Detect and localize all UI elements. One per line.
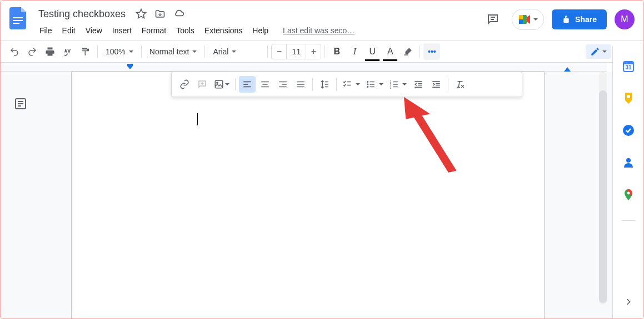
redo-button[interactable] [24, 43, 41, 60]
right-indent-marker-icon[interactable] [564, 67, 571, 72]
font-size-value[interactable]: 11 [286, 44, 306, 59]
align-right-button[interactable] [274, 76, 291, 93]
svg-rect-7 [519, 15, 523, 19]
decrease-indent-button[interactable] [410, 76, 427, 93]
svg-rect-0 [13, 17, 23, 18]
vertical-scrollbar[interactable] [599, 72, 607, 305]
caret-down-icon [402, 83, 407, 85]
svg-rect-43 [370, 87, 375, 88]
document-title[interactable]: Testing checkboxes [35, 7, 129, 21]
share-button[interactable]: Share [552, 9, 607, 29]
tasks-icon[interactable] [622, 124, 635, 137]
toolbar-separator [336, 78, 337, 90]
caret-down-icon [129, 50, 133, 53]
document-page[interactable] [71, 72, 545, 319]
menu-help[interactable]: Help [248, 24, 273, 37]
app-header: Testing checkboxes File Edit View Insert… [1, 1, 643, 40]
svg-marker-3 [137, 9, 146, 18]
cloud-status-icon[interactable] [172, 7, 186, 21]
align-justify-button[interactable] [292, 76, 309, 93]
print-button[interactable] [42, 43, 58, 60]
spellcheck-button[interactable] [59, 43, 76, 60]
svg-point-42 [367, 86, 368, 88]
undo-button[interactable] [6, 43, 23, 60]
meet-button[interactable] [512, 9, 544, 30]
paragraph-style-dropdown[interactable]: Normal text [145, 43, 202, 60]
document-area [1, 72, 643, 319]
account-avatar[interactable]: M [615, 9, 635, 29]
svg-rect-2 [13, 23, 19, 24]
svg-rect-9 [405, 54, 409, 55]
bulleted-list-dropdown[interactable] [363, 76, 386, 93]
zoom-dropdown[interactable]: 100% [101, 43, 138, 60]
title-area: Testing checkboxes File Edit View Insert… [35, 5, 482, 37]
caret-down-icon [533, 18, 538, 21]
side-panel: 31 [612, 46, 643, 319]
align-center-button[interactable] [257, 76, 273, 93]
line-spacing-button[interactable] [316, 76, 333, 93]
svg-point-64 [627, 95, 630, 98]
menu-tools[interactable]: Tools [172, 24, 199, 37]
toolbar-separator [97, 45, 98, 58]
numbered-list-dropdown[interactable]: 123 [387, 76, 409, 93]
font-size-control: − 11 + [271, 44, 321, 59]
toolbar-separator [325, 45, 325, 58]
header-actions: Share M [482, 8, 635, 31]
docs-logo-icon[interactable] [7, 7, 29, 29]
add-comment-button[interactable] [194, 76, 211, 93]
menu-edit[interactable]: Edit [58, 24, 80, 37]
menu-extensions[interactable]: Extensions [200, 24, 247, 37]
caret-down-icon [232, 50, 236, 53]
underline-button[interactable]: U [364, 43, 381, 60]
menu-insert[interactable]: Insert [108, 24, 136, 37]
highlight-button[interactable] [400, 43, 416, 60]
svg-point-66 [626, 158, 631, 163]
last-edit-link[interactable]: Last edit was seco… [283, 26, 355, 35]
caret-down-icon [225, 83, 229, 85]
menu-view[interactable]: View [81, 24, 107, 37]
maps-icon[interactable] [622, 188, 635, 201]
caret-down-icon [379, 83, 383, 85]
italic-button[interactable]: I [346, 43, 363, 60]
keep-icon[interactable] [622, 92, 635, 105]
document-outline-icon[interactable] [14, 97, 29, 113]
menu-bar: File Edit View Insert Format Tools Exten… [35, 24, 482, 37]
editing-mode-dropdown[interactable] [586, 44, 611, 59]
more-toolbar-button[interactable]: ••• [423, 43, 440, 60]
star-icon[interactable] [134, 7, 148, 21]
svg-point-38 [367, 81, 368, 83]
clear-formatting-button[interactable] [452, 76, 468, 93]
contacts-icon[interactable] [622, 156, 635, 169]
caret-down-icon [602, 50, 607, 53]
svg-rect-18 [215, 80, 223, 88]
horizontal-ruler[interactable] [1, 63, 607, 72]
text-color-button[interactable]: A [382, 43, 398, 60]
paint-format-button[interactable] [77, 43, 94, 60]
svg-text:31: 31 [625, 64, 632, 70]
caret-down-icon [192, 50, 197, 53]
menu-file[interactable]: File [35, 24, 57, 37]
toolbar-separator [420, 45, 420, 58]
toolbar-separator [235, 78, 236, 90]
checklist-dropdown[interactable] [340, 76, 362, 93]
font-family-dropdown[interactable]: Arial [208, 43, 264, 60]
hide-side-panel-button[interactable] [622, 295, 635, 308]
toolbar-separator [448, 78, 448, 90]
increase-indent-button[interactable] [428, 76, 445, 93]
toolbar-separator [141, 45, 142, 58]
bold-button[interactable]: B [328, 43, 345, 60]
svg-text:3: 3 [390, 86, 392, 89]
insert-link-button[interactable] [176, 76, 193, 93]
move-folder-icon[interactable] [153, 7, 167, 21]
primary-toolbar: 100% Normal text Arial − 11 + B I U A ••… [1, 40, 643, 63]
font-size-increase-button[interactable]: + [306, 44, 321, 59]
toolbar-separator [312, 78, 313, 90]
comment-history-icon[interactable] [482, 8, 504, 31]
font-size-decrease-button[interactable]: − [272, 44, 286, 59]
scrollbar-thumb[interactable] [599, 90, 607, 303]
align-left-button[interactable] [239, 76, 256, 93]
calendar-icon[interactable]: 31 [622, 59, 635, 73]
menu-format[interactable]: Format [137, 24, 171, 37]
insert-image-dropdown[interactable] [212, 76, 232, 93]
indent-marker-icon[interactable] [127, 64, 133, 69]
